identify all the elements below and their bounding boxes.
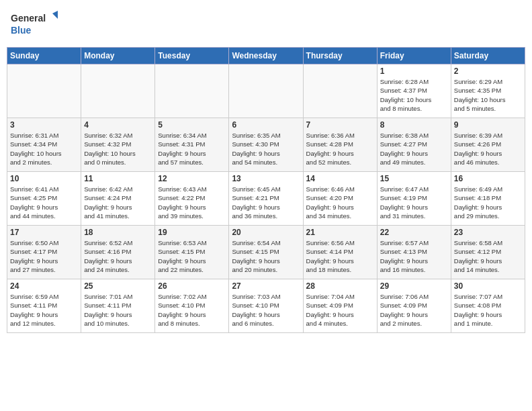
weekday-header-wednesday: Wednesday xyxy=(229,48,303,64)
day-number: 20 xyxy=(232,228,300,237)
weekday-header-sunday: Sunday xyxy=(7,48,81,64)
day-number: 4 xyxy=(84,120,152,130)
calendar-cell xyxy=(229,64,303,118)
day-info: Sunrise: 6:45 AM Sunset: 4:21 PM Dayligh… xyxy=(232,185,300,220)
calendar-cell: 3Sunrise: 6:31 AM Sunset: 4:34 PM Daylig… xyxy=(7,118,81,172)
calendar-cell: 25Sunrise: 7:01 AM Sunset: 4:11 PM Dayli… xyxy=(81,279,155,333)
day-number: 10 xyxy=(10,174,78,183)
day-number: 25 xyxy=(84,281,152,291)
calendar-cell xyxy=(81,64,155,118)
calendar-cell: 16Sunrise: 6:49 AM Sunset: 4:18 PM Dayli… xyxy=(451,172,525,226)
day-info: Sunrise: 6:34 AM Sunset: 4:31 PM Dayligh… xyxy=(158,131,226,167)
day-info: Sunrise: 7:01 AM Sunset: 4:11 PM Dayligh… xyxy=(84,292,152,328)
logo: General Blue xyxy=(11,9,58,39)
day-info: Sunrise: 6:39 AM Sunset: 4:26 PM Dayligh… xyxy=(454,131,522,167)
calendar-cell: 14Sunrise: 6:46 AM Sunset: 4:20 PM Dayli… xyxy=(303,172,377,226)
day-info: Sunrise: 7:07 AM Sunset: 4:08 PM Dayligh… xyxy=(454,292,522,328)
calendar-cell: 1Sunrise: 6:28 AM Sunset: 4:37 PM Daylig… xyxy=(377,64,451,118)
day-number: 26 xyxy=(158,281,226,291)
day-number: 17 xyxy=(10,228,78,237)
day-number: 12 xyxy=(158,174,226,183)
day-info: Sunrise: 6:29 AM Sunset: 4:35 PM Dayligh… xyxy=(454,77,522,113)
calendar-cell: 5Sunrise: 6:34 AM Sunset: 4:31 PM Daylig… xyxy=(155,118,229,172)
calendar-cell: 19Sunrise: 6:53 AM Sunset: 4:15 PM Dayli… xyxy=(155,226,229,279)
calendar-cell: 30Sunrise: 7:07 AM Sunset: 4:08 PM Dayli… xyxy=(451,279,525,333)
calendar-cell: 7Sunrise: 6:36 AM Sunset: 4:28 PM Daylig… xyxy=(303,118,377,172)
calendar-cell: 28Sunrise: 7:04 AM Sunset: 4:09 PM Dayli… xyxy=(303,279,377,333)
day-info: Sunrise: 6:28 AM Sunset: 4:37 PM Dayligh… xyxy=(380,77,448,113)
weekday-header-saturday: Saturday xyxy=(451,48,525,64)
day-number: 2 xyxy=(454,66,522,76)
calendar-cell: 6Sunrise: 6:35 AM Sunset: 4:30 PM Daylig… xyxy=(229,118,303,172)
day-number: 3 xyxy=(10,120,78,130)
day-number: 1 xyxy=(380,66,448,76)
day-info: Sunrise: 6:52 AM Sunset: 4:16 PM Dayligh… xyxy=(84,238,152,274)
calendar-cell: 11Sunrise: 6:42 AM Sunset: 4:24 PM Dayli… xyxy=(81,172,155,226)
day-info: Sunrise: 6:57 AM Sunset: 4:13 PM Dayligh… xyxy=(380,238,448,274)
day-info: Sunrise: 6:35 AM Sunset: 4:30 PM Dayligh… xyxy=(232,131,300,167)
day-number: 7 xyxy=(306,120,374,130)
day-number: 24 xyxy=(10,281,78,291)
calendar-cell: 22Sunrise: 6:57 AM Sunset: 4:13 PM Dayli… xyxy=(377,226,451,279)
day-number: 28 xyxy=(306,281,374,291)
calendar-week-3: 10Sunrise: 6:41 AM Sunset: 4:25 PM Dayli… xyxy=(7,172,525,226)
day-info: Sunrise: 6:59 AM Sunset: 4:11 PM Dayligh… xyxy=(10,292,78,328)
day-number: 22 xyxy=(380,228,448,237)
day-number: 23 xyxy=(454,228,522,237)
calendar-cell: 15Sunrise: 6:47 AM Sunset: 4:19 PM Dayli… xyxy=(377,172,451,226)
day-number: 16 xyxy=(454,174,522,183)
day-info: Sunrise: 7:04 AM Sunset: 4:09 PM Dayligh… xyxy=(306,292,374,328)
svg-text:General: General xyxy=(11,13,46,24)
day-number: 19 xyxy=(158,228,226,237)
day-number: 9 xyxy=(454,120,522,130)
day-info: Sunrise: 6:41 AM Sunset: 4:25 PM Dayligh… xyxy=(10,185,78,220)
calendar-week-5: 24Sunrise: 6:59 AM Sunset: 4:11 PM Dayli… xyxy=(7,279,525,333)
day-number: 29 xyxy=(380,281,448,291)
calendar-cell: 10Sunrise: 6:41 AM Sunset: 4:25 PM Dayli… xyxy=(7,172,81,226)
svg-text:Blue: Blue xyxy=(11,25,32,36)
calendar-week-1: 1Sunrise: 6:28 AM Sunset: 4:37 PM Daylig… xyxy=(7,64,525,118)
day-info: Sunrise: 6:42 AM Sunset: 4:24 PM Dayligh… xyxy=(84,185,152,220)
weekday-header-thursday: Thursday xyxy=(303,48,377,64)
day-info: Sunrise: 6:47 AM Sunset: 4:19 PM Dayligh… xyxy=(380,185,448,220)
calendar-cell xyxy=(7,64,81,118)
header: General Blue xyxy=(7,7,525,42)
day-info: Sunrise: 7:02 AM Sunset: 4:10 PM Dayligh… xyxy=(158,292,226,328)
day-number: 13 xyxy=(232,174,300,183)
calendar-cell: 8Sunrise: 6:38 AM Sunset: 4:27 PM Daylig… xyxy=(377,118,451,172)
day-number: 15 xyxy=(380,174,448,183)
logo-svg: General Blue xyxy=(11,9,58,39)
calendar-cell: 12Sunrise: 6:43 AM Sunset: 4:22 PM Dayli… xyxy=(155,172,229,226)
day-info: Sunrise: 6:53 AM Sunset: 4:15 PM Dayligh… xyxy=(158,238,226,274)
calendar-cell: 20Sunrise: 6:54 AM Sunset: 4:15 PM Dayli… xyxy=(229,226,303,279)
day-number: 30 xyxy=(454,281,522,291)
day-info: Sunrise: 6:54 AM Sunset: 4:15 PM Dayligh… xyxy=(232,238,300,274)
day-info: Sunrise: 6:50 AM Sunset: 4:17 PM Dayligh… xyxy=(10,238,78,274)
day-info: Sunrise: 6:58 AM Sunset: 4:12 PM Dayligh… xyxy=(454,238,522,274)
calendar-table: SundayMondayTuesdayWednesdayThursdayFrid… xyxy=(7,47,525,333)
day-number: 5 xyxy=(158,120,226,130)
day-info: Sunrise: 7:03 AM Sunset: 4:10 PM Dayligh… xyxy=(232,292,300,328)
calendar-cell: 23Sunrise: 6:58 AM Sunset: 4:12 PM Dayli… xyxy=(451,226,525,279)
calendar-week-2: 3Sunrise: 6:31 AM Sunset: 4:34 PM Daylig… xyxy=(7,118,525,172)
day-info: Sunrise: 6:56 AM Sunset: 4:14 PM Dayligh… xyxy=(306,238,374,274)
calendar-cell: 2Sunrise: 6:29 AM Sunset: 4:35 PM Daylig… xyxy=(451,64,525,118)
day-info: Sunrise: 6:38 AM Sunset: 4:27 PM Dayligh… xyxy=(380,131,448,167)
calendar-cell: 17Sunrise: 6:50 AM Sunset: 4:17 PM Dayli… xyxy=(7,226,81,279)
day-info: Sunrise: 6:46 AM Sunset: 4:20 PM Dayligh… xyxy=(306,185,374,220)
day-number: 8 xyxy=(380,120,448,130)
calendar-cell: 9Sunrise: 6:39 AM Sunset: 4:26 PM Daylig… xyxy=(451,118,525,172)
day-number: 21 xyxy=(306,228,374,237)
calendar-cell: 27Sunrise: 7:03 AM Sunset: 4:10 PM Dayli… xyxy=(229,279,303,333)
calendar-cell: 29Sunrise: 7:06 AM Sunset: 4:09 PM Dayli… xyxy=(377,279,451,333)
calendar-cell xyxy=(155,64,229,118)
weekday-header-tuesday: Tuesday xyxy=(155,48,229,64)
weekday-header-monday: Monday xyxy=(81,48,155,64)
calendar-cell: 24Sunrise: 6:59 AM Sunset: 4:11 PM Dayli… xyxy=(7,279,81,333)
calendar-cell: 18Sunrise: 6:52 AM Sunset: 4:16 PM Dayli… xyxy=(81,226,155,279)
day-number: 6 xyxy=(232,120,300,130)
calendar-cell xyxy=(303,64,377,118)
day-number: 14 xyxy=(306,174,374,183)
svg-marker-1 xyxy=(52,11,58,19)
day-number: 11 xyxy=(84,174,152,183)
